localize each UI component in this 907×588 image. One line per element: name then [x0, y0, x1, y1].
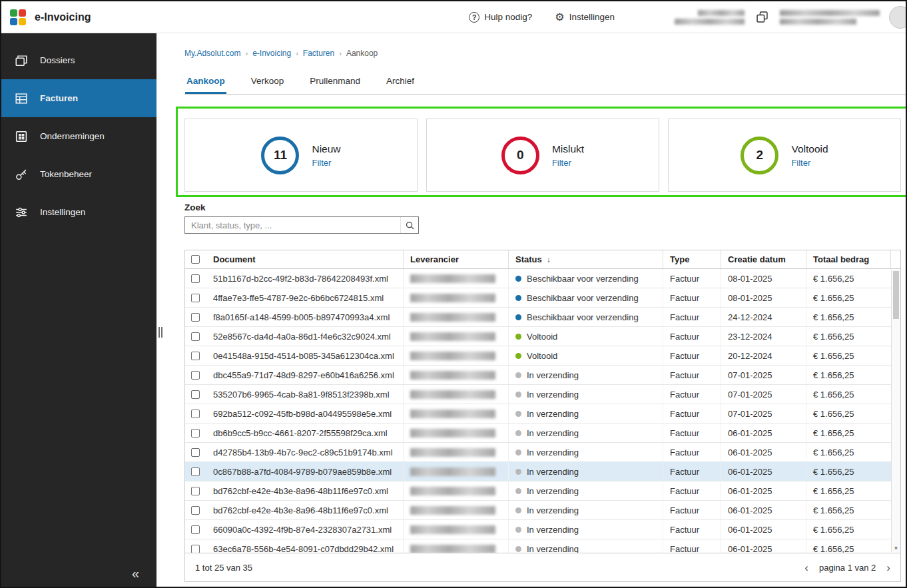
document-cell[interactable]: 51b1167d-b2cc-49f2-b83d-78642208493f.xml — [206, 269, 404, 288]
sort-desc-icon[interactable]: ↓ — [547, 255, 551, 264]
sidebar-collapse-button[interactable]: « — [132, 566, 156, 587]
sidebar-item-tokenbeheer[interactable]: Tokenbeheer — [1, 155, 156, 193]
table-row[interactable]: bd762cbf-e42e-4b3e-8a96-48b11f6e97c0.xml… — [185, 501, 900, 520]
document-cell[interactable]: 52e8567c-da4d-4a0a-86d1-f4e6c32c9024.xml — [206, 327, 404, 346]
invoices-table-icon — [14, 91, 29, 106]
table-scrollbar[interactable]: ▼ — [891, 270, 900, 552]
tab-aankoop[interactable]: Aankoop — [185, 76, 226, 94]
column-header-leverancier[interactable]: Leverancier — [404, 250, 509, 268]
row-checkbox[interactable] — [191, 487, 200, 495]
document-cell[interactable]: 4ffae7e3-ffe5-4787-9e2c-6b6bc6724815.xml — [206, 288, 404, 307]
column-header-status[interactable]: Status↓ — [509, 250, 663, 268]
document-cell[interactable]: dbc455a9-71d7-48d9-8297-e60b416a6256.xml — [206, 366, 404, 384]
search-icon[interactable] — [400, 217, 419, 233]
table-row[interactable]: d42785b4-13b9-4b7c-9ec2-c89c51b9174b.xml… — [185, 443, 900, 462]
row-checkbox[interactable] — [191, 390, 200, 399]
table-row[interactable]: 66090a0c-4392-4f9b-87e4-2328307a2731.xml… — [185, 520, 900, 539]
table-row[interactable]: bd762cbf-e42e-4b3e-8a96-48b11f6e97c0.xml… — [185, 481, 900, 501]
overlapping-squares-icon[interactable] — [755, 10, 769, 24]
sidebar-item-dossiers[interactable]: Dossiers — [1, 41, 156, 79]
table-row[interactable]: 535207b6-9965-4cab-8a81-9f8513f2398b.xml… — [185, 385, 900, 404]
table-row[interactable]: 0c867b88-a7fd-4084-9789-b079ae859b8e.xml… — [185, 462, 900, 481]
document-cell[interactable]: d42785b4-13b9-4b7c-9ec2-c89c51b9174b.xml — [206, 443, 404, 461]
row-checkbox[interactable] — [191, 506, 200, 515]
table-row[interactable]: db6b9cc5-b9cc-4661-8207-2f55598f29ca.xml… — [185, 424, 900, 443]
logo-color-square — [19, 9, 26, 17]
row-checkbox[interactable] — [191, 410, 200, 418]
tab-prullenmand[interactable]: Prullenmand — [308, 76, 362, 94]
breadcrumb-separator-icon: › — [245, 49, 248, 57]
select-all-checkbox[interactable] — [191, 255, 200, 264]
date-cell: 24-12-2024 — [721, 308, 806, 326]
filter-link[interactable]: Filter — [791, 158, 828, 168]
filter-link[interactable]: Filter — [552, 158, 584, 168]
table-header-row: DocumentLeverancierStatus↓TypeCreatie da… — [185, 250, 900, 269]
column-header-totaal-bedrag[interactable]: Totaal bedrag — [806, 250, 891, 268]
row-checkbox[interactable] — [191, 429, 200, 438]
next-page-button[interactable]: › — [886, 562, 890, 573]
help-button[interactable]: ? Hulp nodig? — [469, 12, 532, 23]
status-card-mislukt: 0MisluktFilter — [426, 119, 659, 192]
sidebar-item-instellingen[interactable]: Instellingen — [1, 193, 156, 231]
type-cell: Factuur — [663, 481, 721, 500]
row-checkbox[interactable] — [191, 313, 200, 322]
row-checkbox[interactable] — [191, 467, 200, 476]
table-row[interactable]: 0e41548a-915d-4514-b085-345a612304ca.xml… — [185, 346, 900, 366]
document-cell[interactable]: db6b9cc5-b9cc-4661-8207-2f55598f29ca.xml — [206, 424, 404, 442]
breadcrumb-item[interactable]: Facturen — [303, 49, 334, 58]
row-checkbox[interactable] — [191, 525, 200, 534]
type-cell: Factuur — [663, 404, 721, 423]
row-checkbox[interactable] — [191, 274, 200, 283]
settings-button[interactable]: ⚙ Instellingen — [555, 12, 615, 23]
supplier-cell — [404, 520, 509, 539]
table-row[interactable]: 63ec6a78-556b-4e54-8091-c07dbdd29b42.xml… — [185, 539, 900, 553]
document-cell[interactable]: 0e41548a-915d-4514-b085-345a612304ca.xml — [206, 346, 404, 365]
row-checkbox[interactable] — [191, 294, 200, 302]
filter-link[interactable]: Filter — [312, 158, 340, 168]
sidebar-item-ondernemingen[interactable]: Ondernemingen — [1, 117, 156, 155]
tab-archief[interactable]: Archief — [385, 76, 416, 94]
document-cell[interactable]: bd762cbf-e42e-4b3e-8a96-48b11f6e97c0.xml — [206, 501, 404, 519]
scrollbar-thumb[interactable] — [893, 271, 899, 319]
supplier-redacted — [410, 274, 495, 283]
avatar[interactable] — [889, 6, 907, 29]
table-row[interactable]: 692ba512-c092-45fb-b98d-a04495598e5e.xml… — [185, 404, 900, 424]
row-checkbox[interactable] — [191, 545, 200, 553]
type-cell: Factuur — [663, 346, 721, 365]
row-checkbox[interactable] — [191, 352, 200, 360]
row-checkbox[interactable] — [191, 332, 200, 341]
date-cell: 07-01-2025 — [721, 404, 806, 423]
sidebar-item-facturen[interactable]: Facturen — [1, 79, 156, 117]
document-cell[interactable]: f8a0165f-a148-4599-b005-b897470993a4.xml — [206, 308, 404, 326]
document-cell[interactable]: bd762cbf-e42e-4b3e-8a96-48b11f6e97c0.xml — [206, 481, 404, 500]
document-cell[interactable]: 692ba512-c092-45fb-b98d-a04495598e5e.xml — [206, 404, 404, 423]
column-header-document[interactable]: Document — [206, 250, 404, 268]
page-indicator: pagina 1 van 2 — [819, 563, 876, 573]
document-cell[interactable]: 535207b6-9965-4cab-8a81-9f8513f2398b.xml — [206, 385, 404, 404]
amount-cell: € 1.656,25 — [806, 539, 891, 553]
scrollbar-down-arrow[interactable]: ▼ — [892, 545, 900, 551]
count-badge: 11 — [261, 137, 299, 174]
document-cell[interactable]: 0c867b88-a7fd-4084-9789-b079ae859b8e.xml — [206, 462, 404, 481]
table-row[interactable]: 52e8567c-da4d-4a0a-86d1-f4e6c32c9024.xml… — [185, 327, 900, 346]
table-row[interactable]: 51b1167d-b2cc-49f2-b83d-78642208493f.xml… — [185, 269, 900, 288]
search-input[interactable] — [184, 216, 419, 234]
document-cell[interactable]: 63ec6a78-556b-4e54-8091-c07dbdd29b42.xml — [206, 539, 404, 553]
prev-page-button[interactable]: ‹ — [804, 562, 808, 573]
table-row[interactable]: 4ffae7e3-ffe5-4787-9e2c-6b6bc6724815.xml… — [185, 288, 900, 308]
row-checkbox[interactable] — [191, 371, 200, 380]
table-row[interactable]: dbc455a9-71d7-48d9-8297-e60b416a6256.xml… — [185, 366, 900, 385]
panel-resize-handle[interactable] — [158, 327, 162, 338]
breadcrumb-item[interactable]: e-Invoicing — [252, 49, 291, 58]
status-cell: Beschikbaar voor verzending — [509, 269, 663, 288]
status-dot-icon — [515, 546, 521, 552]
column-header-type[interactable]: Type — [663, 250, 721, 268]
row-checkbox[interactable] — [191, 448, 200, 457]
tab-verkoop[interactable]: Verkoop — [250, 76, 286, 94]
table-row[interactable]: f8a0165f-a148-4599-b005-b897470993a4.xml… — [185, 308, 900, 327]
column-header-creatie-datum[interactable]: Creatie datum — [721, 250, 806, 268]
breadcrumb-item[interactable]: My.Adsolut.com — [184, 49, 240, 58]
pager: ‹ pagina 1 van 2 › — [804, 562, 890, 573]
document-cell[interactable]: 66090a0c-4392-4f9b-87e4-2328307a2731.xml — [206, 520, 404, 539]
status-cell: In verzending — [509, 385, 663, 404]
